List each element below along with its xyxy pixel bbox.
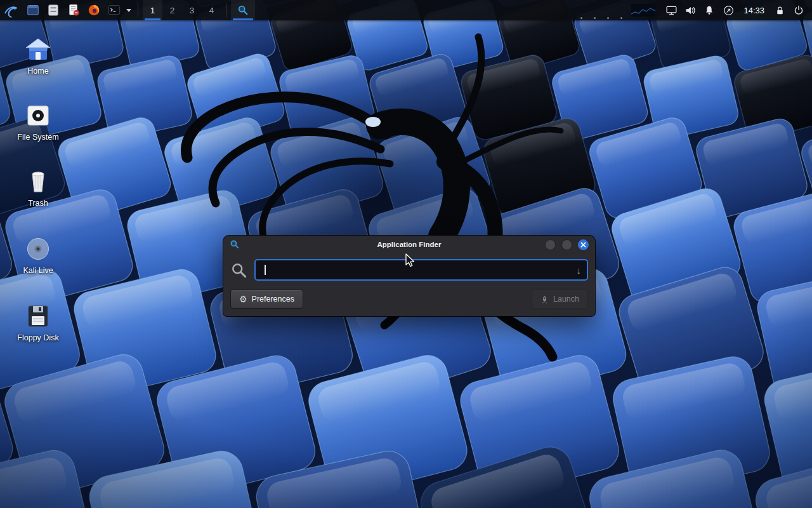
file-manager-icon xyxy=(46,3,60,17)
workspace-button-4[interactable]: 4 xyxy=(202,0,221,20)
search-icon xyxy=(230,262,247,279)
search-input[interactable]: ↓ xyxy=(254,259,588,281)
dropdown-arrow-icon[interactable]: ↓ xyxy=(577,265,582,275)
panel-separator xyxy=(226,3,226,17)
window-controls xyxy=(545,239,589,250)
lock-screen-icon[interactable] xyxy=(770,0,789,20)
workspace-label: 3 xyxy=(190,6,195,15)
workspace-button-3[interactable]: 3 xyxy=(182,0,202,20)
trash-icon xyxy=(25,169,51,194)
preferences-button-label: Preferences xyxy=(252,295,294,304)
panel-left: 1 2 3 4 xyxy=(0,0,255,20)
window-titlebar[interactable]: Application Finder xyxy=(223,236,595,253)
top-panel: 1 2 3 4 xyxy=(0,0,812,20)
status-tray-icon[interactable] xyxy=(719,0,738,20)
text-caret xyxy=(265,265,266,275)
optical-disc-icon xyxy=(25,236,51,262)
terminal-launcher[interactable] xyxy=(104,0,124,20)
taskbar-item-application-finder[interactable] xyxy=(231,0,255,20)
workspace-label: 2 xyxy=(170,6,175,15)
window-title: Application Finder xyxy=(223,241,595,248)
desktop-icon-trash[interactable]: Trash xyxy=(5,169,71,208)
application-finder-window: Application Finder ↓ ⚙ Preferences xyxy=(223,236,595,316)
launch-icon xyxy=(540,295,549,304)
web-browser-launcher[interactable] xyxy=(84,0,104,20)
search-row: ↓ xyxy=(223,253,595,283)
show-desktop-launcher[interactable] xyxy=(23,0,43,20)
launch-button[interactable]: Launch xyxy=(532,290,588,309)
text-editor-launcher[interactable] xyxy=(63,0,84,20)
file-system-icon xyxy=(25,103,51,128)
log-out-power-icon[interactable] xyxy=(789,0,808,20)
volume-icon[interactable] xyxy=(681,0,700,20)
desktop-icon-label: Kali Live xyxy=(23,266,53,275)
desktop-icon-kali-live[interactable]: Kali Live xyxy=(5,236,71,275)
floppy-disk-icon xyxy=(25,304,51,329)
minimize-button[interactable] xyxy=(545,239,556,250)
gear-icon: ⚙ xyxy=(239,295,247,304)
file-manager-launcher[interactable] xyxy=(43,0,63,20)
desktop-icon-floppy-disk[interactable]: Floppy Disk xyxy=(5,304,71,342)
application-finder-icon xyxy=(237,4,249,16)
close-button[interactable] xyxy=(578,239,589,250)
terminal-icon xyxy=(107,3,121,17)
launch-button-label: Launch xyxy=(553,295,579,304)
clock[interactable]: 14:33 xyxy=(738,6,770,15)
workspace-label: 1 xyxy=(150,6,155,15)
display-icon[interactable] xyxy=(662,0,681,20)
workspace-button-2[interactable]: 2 xyxy=(162,0,182,20)
desktop-icon-file-system[interactable]: File System xyxy=(5,103,71,142)
panel-right: 14:33 xyxy=(580,0,812,20)
firefox-icon xyxy=(87,3,101,17)
notifications-bell-icon[interactable] xyxy=(700,0,719,20)
system-monitor-graph xyxy=(631,4,655,17)
workspace-label: 4 xyxy=(209,6,214,15)
maximize-button[interactable] xyxy=(561,239,572,250)
text-editor-icon xyxy=(67,3,81,17)
home-icon xyxy=(25,37,51,62)
kali-logo-icon xyxy=(3,2,20,18)
desktop-window-icon xyxy=(26,3,40,17)
desktop-icon-label: Floppy Disk xyxy=(17,333,58,342)
action-row: ⚙ Preferences Launch xyxy=(223,283,595,316)
desktop-icon-label: File System xyxy=(17,133,58,142)
preferences-button[interactable]: ⚙ Preferences xyxy=(230,290,303,309)
close-icon xyxy=(580,242,586,248)
applications-menu-button[interactable] xyxy=(0,0,23,20)
panel-handle-dots xyxy=(580,17,622,20)
window-app-icon xyxy=(230,239,240,250)
workspace-button-1[interactable]: 1 xyxy=(143,0,162,20)
desktop-icon-label: Home xyxy=(27,67,48,76)
desktop-icon-home[interactable]: Home xyxy=(5,37,71,76)
chevron-down-icon[interactable] xyxy=(124,0,133,20)
panel-separator xyxy=(138,3,138,17)
desktop-icon-label: Trash xyxy=(28,199,48,208)
